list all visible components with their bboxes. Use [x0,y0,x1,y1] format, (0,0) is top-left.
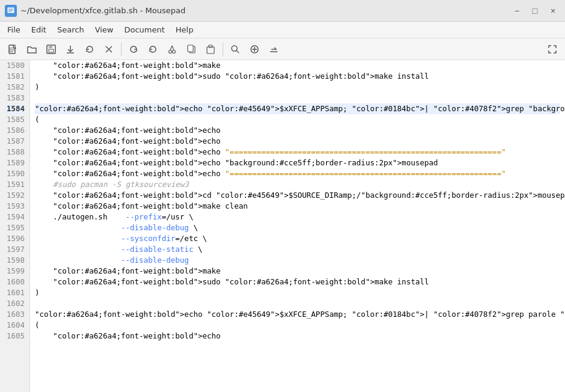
line-numbers: 1580158115821583158415851586158715881589… [0,60,30,392]
menu-document[interactable]: Document [119,23,169,36]
minimize-button[interactable]: − [510,4,524,18]
svg-rect-10 [49,49,54,52]
svg-rect-4 [9,45,15,54]
fullscreen-button[interactable] [543,41,561,58]
svg-line-16 [170,46,172,51]
copy-button[interactable] [182,41,200,58]
titlebar: ~/Development/xfce.gitlab.sh - Mousepad … [0,0,565,22]
svg-rect-20 [207,47,214,54]
save-button[interactable] [61,41,79,58]
code-content[interactable]: "color:#a626a4;font-weight:bold">make "c… [30,60,565,392]
find-button[interactable] [226,41,244,58]
reload-button[interactable] [81,41,99,58]
open-file-button[interactable] [23,41,41,58]
menu-edit[interactable]: Edit [26,23,51,36]
titlebar-left: ~/Development/xfce.gitlab.sh - Mousepad [5,5,185,17]
cut-button[interactable] [163,41,181,58]
main-content: 1580158115821583158415851586158715881589… [0,60,565,392]
separator-1 [121,43,122,56]
svg-line-23 [236,51,239,53]
app-icon [5,5,17,17]
separator-2 [223,43,223,56]
svg-rect-21 [209,45,212,47]
goto-line-button[interactable] [265,41,283,58]
undo-button[interactable] [125,41,143,58]
save-as-button[interactable] [42,41,60,58]
paste-button[interactable] [202,41,220,58]
svg-point-14 [169,50,172,53]
code-editor[interactable]: 1580158115821583158415851586158715881589… [0,60,565,392]
maximize-button[interactable]: □ [528,4,542,18]
new-file-button[interactable] [4,41,22,58]
svg-rect-9 [49,45,52,48]
close-tab-button[interactable] [100,41,118,58]
svg-line-17 [172,46,174,51]
window-controls: − □ × [510,4,560,18]
redo-button[interactable] [144,41,162,58]
menubar: File Edit Search View Document Help [0,22,565,38]
replace-button[interactable] [245,41,264,58]
menu-help[interactable]: Help [171,23,199,36]
svg-rect-19 [188,45,193,52]
svg-point-22 [232,46,237,51]
menu-view[interactable]: View [90,23,119,36]
menu-search[interactable]: Search [52,23,89,36]
toolbar [0,38,565,60]
svg-point-15 [173,50,176,53]
window-title: ~/Development/xfce.gitlab.sh - Mousepad [20,6,185,15]
close-button[interactable]: × [546,4,560,18]
menu-file[interactable]: File [2,23,25,36]
